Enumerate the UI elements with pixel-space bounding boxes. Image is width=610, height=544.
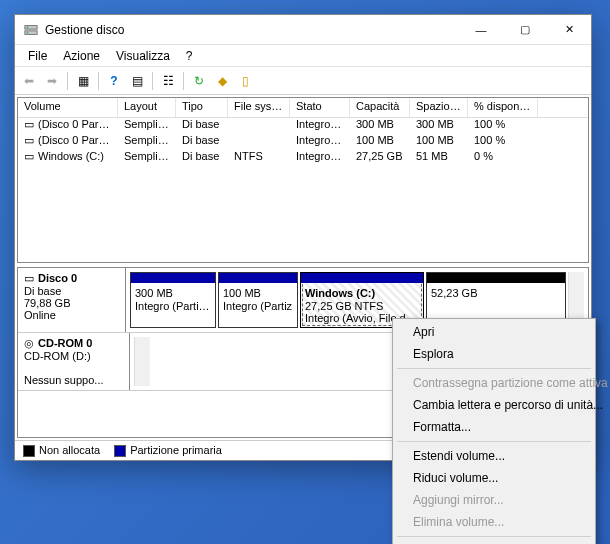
menu-item: Aggiungi mirror... <box>395 489 593 511</box>
titlebar: Gestione disco — ▢ ✕ <box>15 15 591 45</box>
table-row[interactable]: ▭Windows (C:)SempliceDi baseNTFSIntegro … <box>18 150 588 166</box>
partition[interactable]: 300 MBIntegro (Partizione <box>130 272 216 328</box>
cdrom-icon: ◎ <box>24 337 34 350</box>
menu-separator <box>397 536 591 537</box>
separator-icon <box>67 72 68 90</box>
disk-icon: ▭ <box>24 272 34 285</box>
menu-file[interactable]: File <box>21 47 54 65</box>
window-buttons: — ▢ ✕ <box>459 15 591 44</box>
window-title: Gestione disco <box>45 23 459 37</box>
partition[interactable]: 100 MBIntegro (Partiz <box>218 272 298 328</box>
menu-item: Contrassegna partizione come attiva <box>395 372 593 394</box>
minimize-button[interactable]: — <box>459 15 503 44</box>
app-icon <box>23 22 39 38</box>
menu-separator <box>397 441 591 442</box>
disk-label[interactable]: ◎CD-ROM 0CD-ROM (D:)Nessun suppo... <box>18 333 130 390</box>
help-icon[interactable]: ? <box>104 71 124 91</box>
toolbar: ⬅ ➡ ▦ ? ▤ ☷ ↻ ◆ ▯ <box>15 67 591 95</box>
legend-unallocated: Non allocata <box>23 444 100 457</box>
col-state[interactable]: Stato <box>290 98 350 117</box>
tag-icon[interactable]: ▯ <box>235 71 255 91</box>
sheet-icon[interactable]: ▤ <box>127 71 147 91</box>
properties-icon[interactable]: ▦ <box>73 71 93 91</box>
menu-item[interactable]: Riduci volume... <box>395 467 593 489</box>
col-filesystem[interactable]: File system <box>228 98 290 117</box>
table-header[interactable]: Volume Layout Tipo File system Stato Cap… <box>18 98 588 118</box>
list-icon[interactable]: ☷ <box>158 71 178 91</box>
forward-icon: ➡ <box>42 71 62 91</box>
menu-item[interactable]: Proprietà <box>395 540 593 544</box>
menu-separator <box>397 368 591 369</box>
menu-item: Elimina volume... <box>395 511 593 533</box>
col-type[interactable]: Tipo <box>176 98 228 117</box>
back-icon: ⬅ <box>19 71 39 91</box>
col-capacity[interactable]: Capacità <box>350 98 410 117</box>
volume-icon: ▭ <box>24 134 36 147</box>
menu-item[interactable]: Estendi volume... <box>395 445 593 467</box>
menu-item[interactable]: Cambia lettera e percorso di unità... <box>395 394 593 416</box>
legend-primary: Partizione primaria <box>114 444 222 457</box>
table-row[interactable]: ▭(Disco 0 Partizione...SempliceDi baseIn… <box>18 118 588 134</box>
menu-item[interactable]: Esplora <box>395 343 593 365</box>
col-freespace[interactable]: Spazio d... <box>410 98 468 117</box>
action-icon[interactable]: ◆ <box>212 71 232 91</box>
menu-view[interactable]: Visualizza <box>109 47 177 65</box>
col-volume[interactable]: Volume <box>18 98 118 117</box>
menubar: File Azione Visualizza ? <box>15 45 591 67</box>
volume-icon: ▭ <box>24 150 36 163</box>
separator-icon <box>183 72 184 90</box>
col-layout[interactable]: Layout <box>118 98 176 117</box>
context-menu: ApriEsploraContrassegna partizione come … <box>392 318 596 544</box>
maximize-button[interactable]: ▢ <box>503 15 547 44</box>
disk-label[interactable]: ▭Disco 0Di base79,88 GBOnline <box>18 268 126 332</box>
volumes-table: Volume Layout Tipo File system Stato Cap… <box>17 97 589 263</box>
svg-point-3 <box>27 31 29 33</box>
menu-item[interactable]: Apri <box>395 321 593 343</box>
separator-icon <box>152 72 153 90</box>
table-row[interactable]: ▭(Disco 0 Partizione...SempliceDi baseIn… <box>18 134 588 150</box>
refresh-icon[interactable]: ↻ <box>189 71 209 91</box>
svg-point-2 <box>27 26 29 28</box>
menu-action[interactable]: Azione <box>56 47 107 65</box>
close-button[interactable]: ✕ <box>547 15 591 44</box>
separator-icon <box>98 72 99 90</box>
menu-item[interactable]: Formatta... <box>395 416 593 438</box>
volume-icon: ▭ <box>24 118 36 131</box>
col-available[interactable]: % disponibile <box>468 98 538 117</box>
menu-help[interactable]: ? <box>179 47 200 65</box>
